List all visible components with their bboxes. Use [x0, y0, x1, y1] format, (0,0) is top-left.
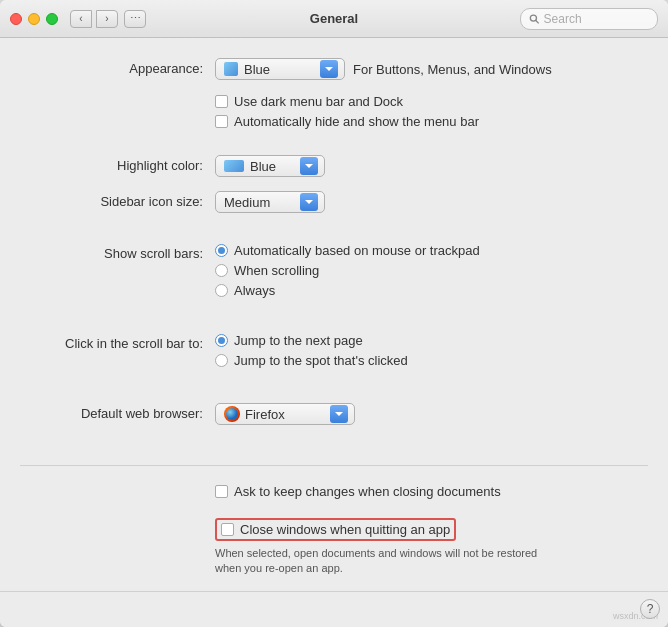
scroll-auto-radio[interactable]	[215, 244, 228, 257]
highlight-color-arrow	[300, 157, 318, 175]
scroll-auto-row: Automatically based on mouse or trackpad	[215, 243, 628, 258]
maximize-button[interactable]	[46, 13, 58, 25]
traffic-lights	[10, 13, 58, 25]
close-button[interactable]	[10, 13, 22, 25]
close-windows-highlight: Close windows when quitting an app	[215, 518, 456, 541]
ask-keep-row: Ask to keep changes when closing documen…	[0, 484, 668, 504]
ask-keep-label: Ask to keep changes when closing documen…	[234, 484, 501, 499]
close-windows-checkbox-row: Close windows when quitting an app	[215, 518, 628, 541]
dark-menu-checkbox[interactable]	[215, 95, 228, 108]
close-windows-label: Close windows when quitting an app	[240, 522, 450, 537]
svg-point-0	[530, 15, 536, 21]
help-button[interactable]: ?	[640, 599, 660, 619]
click-scroll-row: Click in the scroll bar to: Jump to the …	[0, 333, 668, 373]
click-next-page-row: Jump to the next page	[215, 333, 628, 348]
click-next-page-label: Jump to the next page	[234, 333, 363, 348]
sidebar-icon-size-row: Sidebar icon size: Medium	[0, 191, 668, 213]
highlight-swatch	[224, 160, 244, 172]
click-spot-row: Jump to the spot that's clicked	[215, 353, 628, 368]
highlight-color-value: Blue	[250, 159, 296, 174]
sidebar-icon-size-label: Sidebar icon size:	[40, 191, 215, 209]
auto-hide-menu-row: Automatically hide and show the menu bar	[215, 114, 628, 129]
firefox-icon	[224, 406, 240, 422]
highlight-color-label: Highlight color:	[40, 155, 215, 173]
back-button[interactable]: ‹	[70, 10, 92, 28]
click-spot-radio[interactable]	[215, 354, 228, 367]
sidebar-icon-size-value: Medium	[224, 195, 296, 210]
scroll-scrolling-row: When scrolling	[215, 263, 628, 278]
appearance-select[interactable]: Blue	[215, 58, 345, 80]
window-title: General	[310, 11, 358, 26]
scroll-auto-label: Automatically based on mouse or trackpad	[234, 243, 480, 258]
dark-menu-label: Use dark menu bar and Dock	[234, 94, 403, 109]
highlight-color-select[interactable]: Blue	[215, 155, 325, 177]
scroll-scrolling-radio[interactable]	[215, 264, 228, 277]
close-windows-row: Close windows when quitting an app When …	[0, 518, 668, 577]
appearance-row: Appearance: Blue For Buttons, Menus, and…	[0, 58, 668, 80]
close-windows-checkbox[interactable]	[221, 523, 234, 536]
default-browser-value: Firefox	[245, 407, 326, 422]
default-browser-arrow	[330, 405, 348, 423]
scroll-always-radio[interactable]	[215, 284, 228, 297]
search-input[interactable]	[544, 12, 649, 26]
grid-button[interactable]: ⋯	[124, 10, 146, 28]
scroll-always-row: Always	[215, 283, 628, 298]
scroll-always-label: Always	[234, 283, 275, 298]
default-browser-select[interactable]: Firefox	[215, 403, 355, 425]
preferences-window: ‹ › ⋯ General Appearance: Blue	[0, 0, 668, 627]
close-windows-description: When selected, open documents and window…	[215, 546, 555, 577]
search-box[interactable]	[520, 8, 658, 30]
content-area: Appearance: Blue For Buttons, Menus, and…	[0, 38, 668, 591]
search-icon	[529, 13, 540, 25]
ask-keep-checkbox[interactable]	[215, 485, 228, 498]
minimize-button[interactable]	[28, 13, 40, 25]
click-next-page-radio[interactable]	[215, 334, 228, 347]
default-browser-row: Default web browser: Firefox	[0, 403, 668, 425]
bottom-bar: wsxdn.com ?	[0, 591, 668, 627]
appearance-arrow	[320, 60, 338, 78]
click-scroll-label: Click in the scroll bar to:	[40, 333, 215, 351]
appearance-suffix: For Buttons, Menus, and Windows	[353, 62, 552, 77]
sidebar-icon-size-select[interactable]: Medium	[215, 191, 325, 213]
svg-line-1	[536, 20, 539, 23]
appearance-control: Blue For Buttons, Menus, and Windows	[215, 58, 628, 80]
highlight-color-row: Highlight color: Blue	[0, 155, 668, 177]
appearance-value: Blue	[244, 62, 316, 77]
forward-button[interactable]: ›	[96, 10, 118, 28]
auto-hide-menu-label: Automatically hide and show the menu bar	[234, 114, 479, 129]
appearance-label: Appearance:	[40, 58, 215, 76]
sidebar-icon-size-arrow	[300, 193, 318, 211]
scroll-bars-row: Show scroll bars: Automatically based on…	[0, 243, 668, 303]
scroll-bars-label: Show scroll bars:	[40, 243, 215, 261]
scroll-scrolling-label: When scrolling	[234, 263, 319, 278]
nav-buttons: ‹ ›	[70, 10, 118, 28]
default-browser-label: Default web browser:	[40, 403, 215, 421]
divider	[20, 465, 648, 466]
click-spot-label: Jump to the spot that's clicked	[234, 353, 408, 368]
dark-menu-checkbox-row: Use dark menu bar and Dock	[215, 94, 628, 109]
dark-menu-row: Use dark menu bar and Dock Automatically…	[0, 94, 668, 134]
auto-hide-menu-checkbox[interactable]	[215, 115, 228, 128]
ask-keep-checkbox-row: Ask to keep changes when closing documen…	[215, 484, 628, 499]
titlebar: ‹ › ⋯ General	[0, 0, 668, 38]
blue-swatch	[224, 62, 238, 76]
